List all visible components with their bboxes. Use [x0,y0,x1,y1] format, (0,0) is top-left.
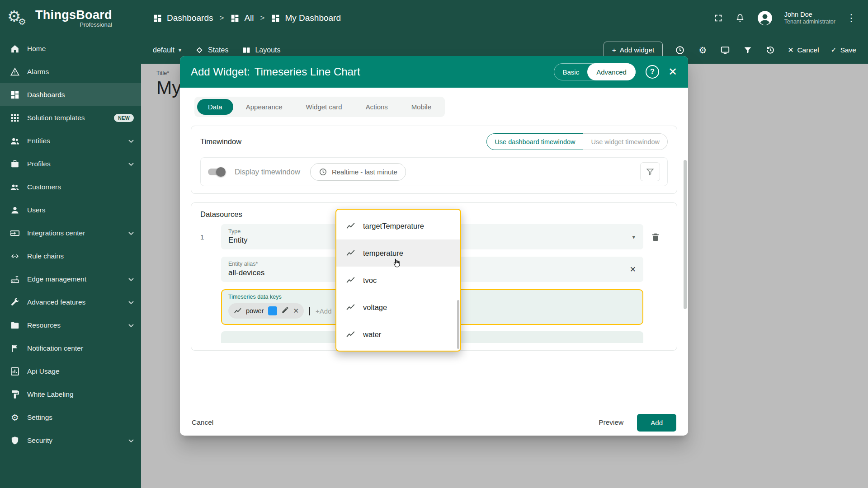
breadcrumb-my-dashboard[interactable]: My Dashboard [271,13,341,23]
dialog-footer: Cancel Preview Add [180,409,688,436]
sidebar-item-notification-center[interactable]: Notification center [0,337,141,360]
chevron-down-icon [128,137,134,145]
states-button[interactable]: States [195,46,228,55]
tab-data[interactable]: Data [197,99,233,115]
tab-widget-card[interactable]: Widget card [295,99,353,115]
option-voltage[interactable]: voltage [336,294,460,321]
breadcrumb-all[interactable]: All [230,13,254,23]
chevron-down-icon [128,321,134,329]
state-selector[interactable]: default ▾ [153,46,181,54]
delete-datasource-icon[interactable] [651,232,660,242]
logo-title: ThingsBoard [35,8,112,22]
sidebar-item-customers[interactable]: Customers [0,175,141,198]
sidebar-item-rule-chains[interactable]: Rule chains [0,244,141,267]
tab-appearance[interactable]: Appearance [235,99,293,115]
logo[interactable]: ⚙⚙ ThingsBoard Professional [0,0,141,36]
alarms-icon [10,67,20,77]
sidebar-item-profiles[interactable]: Profiles [0,152,141,175]
fullscreen-icon[interactable] [713,13,724,23]
timewindow-heading: Timewindow [200,137,241,146]
line-chart-icon [346,330,355,339]
layouts-button[interactable]: Layouts [242,46,280,55]
display-timewindow-toggle[interactable] [208,169,225,175]
sidebar-item-api-usage[interactable]: Api Usage [0,360,141,383]
timewindow-clock-icon[interactable] [675,45,685,56]
basic-mode-button[interactable]: Basic [554,68,587,76]
sidebar-item-home[interactable]: Home [0,37,141,60]
sidebar-item-entities[interactable]: Entities [0,129,141,152]
user-name: John Doe [784,10,835,19]
dialog-preview-button[interactable]: Preview [599,418,623,427]
integrations-center-icon [10,228,20,238]
sidebar-item-solution-templates[interactable]: Solution templates NEW [0,106,141,129]
sidebar-item-users[interactable]: Users [0,198,141,221]
line-chart-icon [346,276,355,285]
line-chart-icon [234,307,242,315]
use-dashboard-timewindow-button[interactable]: Use dashboard timewindow [486,133,583,150]
edit-key-icon[interactable] [281,306,289,316]
tab-actions[interactable]: Actions [355,99,399,115]
version-history-icon[interactable] [765,45,776,56]
timewindow-row: Display timewindow Realtime - last minut… [200,157,668,186]
caret-down-icon: ▾ [179,47,181,53]
sidebar-item-security[interactable]: Security [0,429,141,452]
sidebar-item-dashboards[interactable]: Dashboards [0,83,141,106]
entity-aliases-icon[interactable] [720,45,731,56]
avatar[interactable] [756,9,774,27]
filters-icon[interactable] [742,45,753,56]
sidebar-item-white-labeling[interactable]: White Labeling [0,383,141,406]
data-key-autocomplete: targetTemperature temperature tvoc volta… [335,209,461,352]
chevron-down-icon [128,436,134,445]
sidebar-item-alarms[interactable]: Alarms [0,60,141,83]
line-chart-icon [346,303,355,312]
layouts-icon [242,46,251,55]
sidebar-nav: Home Alarms Dashboards Solution template… [0,37,141,452]
dialog-add-button[interactable]: Add [637,414,676,432]
dropdown-scrollbar[interactable] [457,300,459,349]
help-icon[interactable]: ? [646,65,659,79]
api-usage-icon [10,366,20,376]
remove-key-icon[interactable]: ✕ [293,307,299,315]
dashboards-icon [230,14,240,23]
sidebar-item-settings[interactable]: ⚙ Settings [0,406,141,429]
close-icon[interactable]: ✕ [668,66,677,78]
add-key-input[interactable]: +Add [316,307,331,315]
solution-templates-icon [10,113,20,123]
dialog-scrollbar[interactable] [684,160,687,309]
option-water[interactable]: water [336,321,460,348]
clear-alias-icon[interactable]: ✕ [630,265,636,274]
clock-icon [319,168,327,176]
use-widget-timewindow-button[interactable]: Use widget timewindow [583,133,668,150]
advanced-features-icon [10,297,20,307]
save-dashboard-button[interactable]: ✓ Save [831,46,856,54]
resources-icon [10,320,20,330]
dialog-header: Add Widget: Timeseries Line Chart Basic … [180,56,688,88]
sidebar-item-integrations-center[interactable]: Integrations center [0,221,141,244]
advanced-mode-button[interactable]: Advanced [587,63,636,80]
realtime-timewindow-button[interactable]: Realtime - last minute [310,163,406,181]
key-color-box[interactable] [268,306,277,315]
datasource-index: 1 [200,224,221,343]
white-labeling-icon [10,389,20,399]
cancel-edit-button[interactable]: ✕ Cancel [788,46,819,54]
basic-advanced-toggle: Basic Advanced [554,63,635,80]
plus-icon: + [612,46,616,54]
dialog-cancel-button[interactable]: Cancel [192,418,213,427]
tab-mobile[interactable]: Mobile [401,99,442,115]
edge-management-icon [10,274,20,284]
notifications-bell-icon[interactable] [735,13,745,23]
select-caret-icon[interactable]: ▾ [632,234,635,240]
data-key-chip-power[interactable]: power ✕ [228,303,304,319]
kebab-menu-icon[interactable]: ⋮ [846,12,856,24]
security-icon [10,436,20,446]
breadcrumb-dashboards[interactable]: Dashboards [153,13,213,23]
dashboard-settings-gear-icon[interactable]: ⚙ [697,45,708,56]
option-targetTemperature[interactable]: targetTemperature [336,212,460,239]
option-tvoc[interactable]: tvoc [336,267,460,294]
sidebar-item-resources[interactable]: Resources [0,314,141,337]
breadcrumb-separator: > [260,14,265,23]
line-chart-icon [346,249,355,258]
sidebar-item-advanced-features[interactable]: Advanced features [0,291,141,314]
sidebar-item-edge-management[interactable]: Edge management [0,267,141,291]
timewindow-filter-button[interactable] [640,162,660,181]
